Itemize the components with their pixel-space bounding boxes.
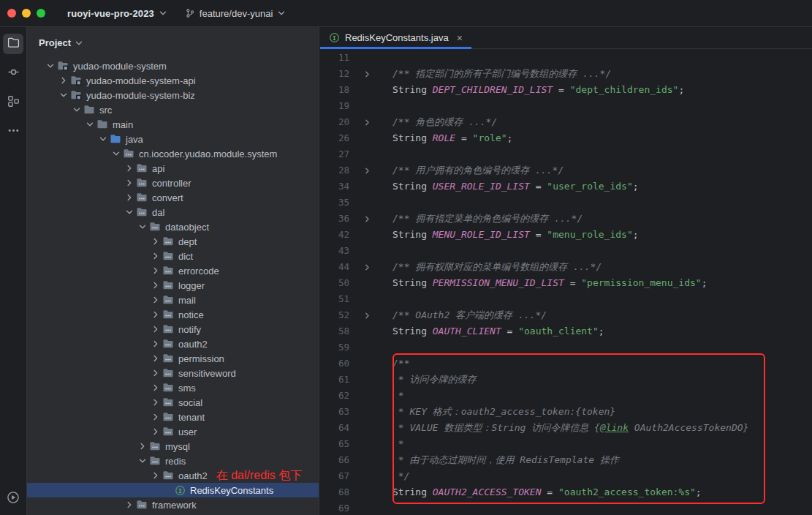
project-tool-button[interactable]	[3, 34, 23, 54]
line-number: 19	[320, 98, 349, 114]
fold-collapsed-icon[interactable]	[349, 66, 392, 82]
tree-item-dal[interactable]: dal	[27, 205, 319, 219]
tree-chevron-collapsed-icon[interactable]	[149, 382, 162, 394]
editor-tab-rediskeyconstants[interactable]: I RedisKeyConstants.java ×	[320, 27, 471, 48]
code-token: MENU_ROLE_ID_LIST	[433, 229, 530, 240]
services-tool-button[interactable]	[3, 489, 23, 509]
structure-tool-button[interactable]	[3, 92, 23, 113]
tree-chevron-collapsed-icon[interactable]	[149, 396, 162, 408]
fold-gutter-spacer	[349, 452, 392, 468]
tree-item-dept[interactable]: dept	[27, 234, 319, 249]
tree-item-controller[interactable]: controller	[27, 176, 319, 190]
tree-item-notice[interactable]: notice	[27, 307, 319, 322]
close-window-button[interactable]	[7, 9, 16, 18]
code-token: USER_ROLE_ID_LIST	[433, 181, 530, 192]
fold-collapsed-icon[interactable]	[349, 211, 392, 227]
tree-chevron-collapsed-icon[interactable]	[149, 338, 162, 350]
tree-item-oauth2[interactable]: oauth2	[27, 337, 319, 351]
tree-item-yudao-module-system[interactable]: yudao-module-system	[27, 59, 319, 73]
tree-chevron-collapsed-icon[interactable]	[149, 236, 162, 247]
tree-item-java[interactable]: java	[27, 132, 319, 146]
tree-item-oauth2[interactable]: oauth2在 dal/redis 包下	[27, 468, 319, 483]
tree-chevron-collapsed-icon[interactable]	[149, 279, 162, 291]
tree-item-user[interactable]: user	[27, 424, 319, 439]
line-number: 51	[320, 291, 349, 307]
tree-item-convert[interactable]: convert	[27, 190, 319, 205]
zoom-window-button[interactable]	[37, 9, 45, 18]
tree-item-dict[interactable]: dict	[27, 249, 319, 263]
interface-icon: I	[329, 32, 340, 43]
tree-chevron-expanded-icon[interactable]	[136, 455, 148, 467]
tree-chevron-collapsed-icon[interactable]	[149, 426, 162, 437]
tree-chevron-collapsed-icon[interactable]	[149, 411, 162, 423]
tree-chevron-expanded-icon[interactable]	[83, 119, 96, 130]
tree-chevron-expanded-icon[interactable]	[57, 89, 69, 101]
tree-chevron-expanded-icon[interactable]	[96, 133, 109, 145]
fold-collapsed-icon[interactable]	[349, 259, 392, 275]
tree-item-tenant[interactable]: tenant	[27, 410, 319, 424]
tree-chevron-collapsed-icon[interactable]	[149, 323, 162, 335]
tree-chevron-expanded-icon[interactable]	[70, 104, 83, 116]
close-tab-icon[interactable]: ×	[457, 33, 463, 43]
more-tools-tool-button[interactable]	[3, 121, 23, 142]
tree-item-sensitiveword[interactable]: sensitiveword	[27, 366, 319, 380]
tree-chevron-collapsed-icon[interactable]	[136, 440, 148, 452]
tree-item-social[interactable]: social	[27, 395, 319, 410]
tree-item-src[interactable]: src	[27, 102, 319, 117]
code-token: =	[542, 486, 558, 497]
tree-chevron-collapsed-icon[interactable]	[123, 177, 135, 189]
tree-item-label: errorcode	[178, 266, 219, 277]
tree-chevron-collapsed-icon[interactable]	[149, 250, 162, 262]
project-panel-header[interactable]: Project	[27, 27, 319, 59]
fold-collapsed-icon[interactable]	[349, 307, 392, 323]
tree-chevron-collapsed-icon[interactable]	[149, 294, 162, 306]
tree-chevron-collapsed-icon[interactable]	[149, 353, 162, 364]
code-token: OAUTH_CLIENT	[433, 326, 501, 337]
tree-item-dataobject[interactable]: dataobject	[27, 219, 319, 234]
tree-chevron-collapsed-icon[interactable]	[149, 265, 162, 277]
project-selector[interactable]: ruoyi-vue-pro-2023	[61, 5, 173, 22]
tree-item-mail[interactable]: mail	[27, 293, 319, 307]
code-line-26: 26String ROLE = "role";	[320, 130, 812, 146]
tree-item-main[interactable]: main	[27, 117, 319, 132]
tree-item-sms[interactable]: sms	[27, 380, 319, 395]
tree-chevron-collapsed-icon[interactable]	[123, 192, 135, 203]
tree-chevron-collapsed-icon[interactable]	[149, 367, 162, 379]
folder-icon	[96, 119, 109, 130]
code-line-34: 34String USER_ROLE_ID_LIST = "user_role_…	[320, 178, 812, 195]
tree-chevron-collapsed-icon[interactable]	[57, 75, 69, 86]
tree-chevron-expanded-icon[interactable]	[123, 206, 135, 218]
tree-chevron-collapsed-icon[interactable]	[123, 499, 135, 511]
tree-chevron-collapsed-icon[interactable]	[149, 470, 162, 481]
tree-item-redis[interactable]: redis	[27, 454, 319, 468]
branch-selector[interactable]: feature/dev-yunai	[179, 5, 292, 22]
fold-collapsed-icon[interactable]	[349, 162, 392, 178]
tree-item-notify[interactable]: notify	[27, 322, 319, 337]
tree-item-rediskeyconstants[interactable]: IRedisKeyConstants	[27, 483, 319, 497]
tree-item-cn-iocoder-yudao-module-system[interactable]: cn.iocoder.yudao.module.system	[27, 146, 319, 161]
code-line-61: 61 * 访问令牌的缓存	[320, 372, 812, 388]
module-icon	[69, 75, 83, 86]
tree-chevron-expanded-icon[interactable]	[136, 221, 148, 233]
tree-chevron-collapsed-icon[interactable]	[123, 162, 135, 174]
code-view[interactable]: 1112/** 指定部门的所有子部门编号数组的缓存 ...*/18String …	[320, 50, 812, 515]
tree-chevron-spacer	[161, 484, 173, 496]
tree-item-errorcode[interactable]: errorcode	[27, 263, 319, 278]
package-icon	[148, 221, 162, 233]
tree-item-permission[interactable]: permission	[27, 351, 319, 366]
fold-collapsed-icon[interactable]	[349, 114, 392, 130]
tree-chevron-collapsed-icon[interactable]	[149, 309, 162, 320]
code-line-19: 19	[320, 98, 812, 114]
tree-item-api[interactable]: api	[27, 161, 319, 176]
tree-chevron-expanded-icon[interactable]	[44, 60, 56, 72]
tree-chevron-expanded-icon[interactable]	[110, 148, 122, 159]
minimize-window-button[interactable]	[22, 9, 31, 18]
tree-item-framework[interactable]: framework	[27, 497, 319, 512]
tree-item-yudao-module-system-biz[interactable]: yudao-module-system-biz	[27, 88, 319, 102]
commit-tool-button[interactable]	[3, 63, 23, 83]
tree-item-label: tenant	[178, 412, 205, 423]
tree-item-logger[interactable]: logger	[27, 278, 319, 293]
tree-item-mysql[interactable]: mysql	[27, 439, 319, 454]
tree-item-label: RedisKeyConstants	[190, 485, 273, 496]
tree-item-yudao-module-system-api[interactable]: yudao-module-system-api	[27, 73, 319, 88]
